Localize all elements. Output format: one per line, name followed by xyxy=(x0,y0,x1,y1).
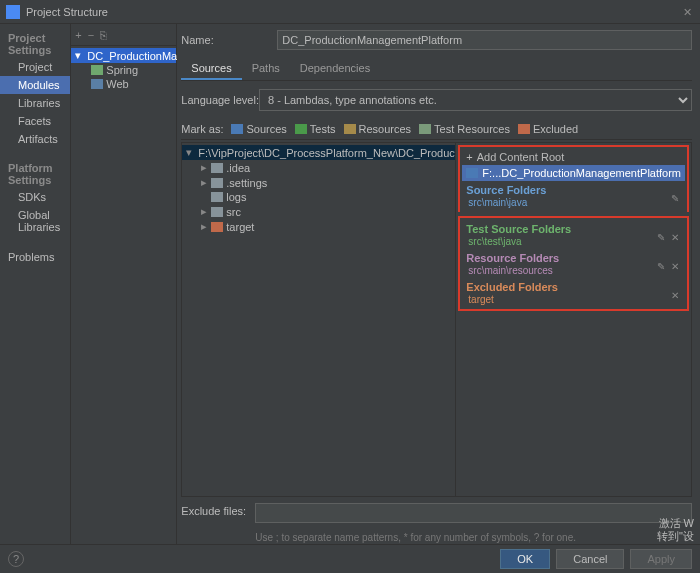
node-label: src xyxy=(226,206,241,218)
copy-module-icon[interactable]: ⎘ xyxy=(100,29,107,41)
sidebar-item-sdks[interactable]: SDKs xyxy=(0,188,70,206)
close-icon[interactable]: ✕ xyxy=(671,261,679,272)
titlebar: Project Structure ✕ xyxy=(0,0,700,24)
edit-icon[interactable]: ✎ xyxy=(671,193,679,204)
section-header: Source Folders xyxy=(466,183,681,197)
ok-button[interactable]: OK xyxy=(500,549,550,569)
add-module-icon[interactable]: + xyxy=(75,29,81,41)
mark-tests[interactable]: Tests xyxy=(295,123,336,135)
sidebar-item-artifacts[interactable]: Artifacts xyxy=(0,130,70,148)
sources-work-area: ▾ F:\VipProject\DC_ProcessPlatform_New\D… xyxy=(181,142,692,497)
language-level-select[interactable]: 8 - Lambdas, type annotations etc. xyxy=(259,89,692,111)
folder-target[interactable]: ▸target xyxy=(182,219,455,234)
name-label: Name: xyxy=(181,34,277,46)
facet-label: Spring xyxy=(106,64,138,76)
sidebar-item-project[interactable]: Project xyxy=(0,58,70,76)
folder-icon xyxy=(211,178,223,188)
node-label: logs xyxy=(226,191,246,203)
settings-sidebar: Project Settings Project Modules Librari… xyxy=(0,24,71,544)
module-root[interactable]: ▾ DC_ProductionManager xyxy=(71,48,176,63)
sidebar-item-modules[interactable]: Modules xyxy=(0,76,70,94)
tab-paths[interactable]: Paths xyxy=(242,58,290,80)
sidebar-item-problems[interactable]: Problems xyxy=(0,248,70,266)
help-icon[interactable]: ? xyxy=(8,551,24,567)
section-header: Excluded Folders xyxy=(466,280,681,294)
highlight-box-bottom: Test Source Folders src\test\java ✎ ✕ Re… xyxy=(458,216,689,311)
section-header: Resource Folders xyxy=(466,251,681,265)
tab-dependencies[interactable]: Dependencies xyxy=(290,58,380,80)
spring-icon xyxy=(91,65,103,75)
excluded-icon xyxy=(518,124,530,134)
mark-excluded[interactable]: Excluded xyxy=(518,123,578,135)
facet-label: Web xyxy=(106,78,128,90)
apply-button[interactable]: Apply xyxy=(630,549,692,569)
section-header: Test Source Folders xyxy=(466,222,681,236)
project-settings-header: Project Settings xyxy=(0,28,70,58)
sidebar-item-facets[interactable]: Facets xyxy=(0,112,70,130)
source-folders-section: Source Folders src\main\java ✎ xyxy=(462,181,685,210)
chevron-right-icon: ▸ xyxy=(200,205,208,218)
module-tabs: Sources Paths Dependencies xyxy=(181,58,692,81)
test-resources-icon xyxy=(419,124,431,134)
content-root[interactable]: F:...DC_ProductionManagementPlatform xyxy=(462,165,685,181)
mark-sources[interactable]: Sources xyxy=(231,123,286,135)
section-value: src\test\java xyxy=(466,236,681,247)
excluded-folders-section: Excluded Folders target ✕ xyxy=(462,278,685,307)
close-icon[interactable]: ✕ xyxy=(680,5,694,19)
source-tree: ▾ F:\VipProject\DC_ProcessPlatform_New\D… xyxy=(182,143,456,496)
content-roots-pane: +Add Content Root F:...DC_ProductionMana… xyxy=(456,143,691,496)
content-root-node[interactable]: ▾ F:\VipProject\DC_ProcessPlatform_New\D… xyxy=(182,145,455,160)
sidebar-item-global-libraries[interactable]: Global Libraries xyxy=(0,206,70,236)
chevron-down-icon: ▾ xyxy=(75,49,81,62)
add-content-root[interactable]: +Add Content Root xyxy=(462,149,685,165)
folder-logs[interactable]: logs xyxy=(182,190,455,204)
exclude-files-input[interactable] xyxy=(255,503,692,523)
web-icon xyxy=(91,79,103,89)
dialog-footer: ? OK Cancel Apply xyxy=(0,544,700,573)
tests-icon xyxy=(295,124,307,134)
folder-settings[interactable]: ▸.settings xyxy=(182,175,455,190)
sidebar-item-libraries[interactable]: Libraries xyxy=(0,94,70,112)
resource-folders-section: Resource Folders src\main\resources ✎ ✕ xyxy=(462,249,685,278)
test-source-folders-section: Test Source Folders src\test\java ✎ ✕ xyxy=(462,220,685,249)
main-area: Project Settings Project Modules Librari… xyxy=(0,24,700,544)
module-details: Name: Sources Paths Dependencies Languag… xyxy=(177,24,700,544)
section-value: target xyxy=(466,294,681,305)
remove-module-icon[interactable]: − xyxy=(88,29,94,41)
mark-resources[interactable]: Resources xyxy=(344,123,412,135)
folder-idea[interactable]: ▸.idea xyxy=(182,160,455,175)
edit-icon[interactable]: ✎ xyxy=(657,232,665,243)
chevron-right-icon: ▸ xyxy=(200,176,208,189)
module-toolbar: + − ⎘ xyxy=(71,24,176,46)
edit-icon[interactable]: ✎ xyxy=(657,261,665,272)
node-label: .idea xyxy=(226,162,250,174)
close-icon[interactable]: ✕ xyxy=(671,232,679,243)
exclude-label: Exclude files: xyxy=(181,503,249,517)
highlight-box-top: +Add Content Root F:...DC_ProductionMana… xyxy=(458,145,689,212)
mark-test-resources[interactable]: Test Resources xyxy=(419,123,510,135)
platform-settings-header: Platform Settings xyxy=(0,158,70,188)
name-row: Name: xyxy=(181,24,692,56)
tab-sources[interactable]: Sources xyxy=(181,58,241,80)
language-level-row: Language level: 8 - Lambdas, type annota… xyxy=(181,81,692,119)
chevron-right-icon: ▸ xyxy=(200,161,208,174)
chevron-down-icon: ▾ xyxy=(186,146,192,159)
window-title: Project Structure xyxy=(26,6,680,18)
folder-icon xyxy=(211,163,223,173)
node-label: F:\VipProject\DC_ProcessPlatform_New\DC_… xyxy=(198,147,456,159)
folder-icon xyxy=(211,192,223,202)
language-level-label: Language level: xyxy=(181,94,259,106)
section-value: src\main\resources xyxy=(466,265,681,276)
node-label: .settings xyxy=(226,177,267,189)
close-icon[interactable]: ✕ xyxy=(671,290,679,301)
module-list-pane: + − ⎘ ▾ DC_ProductionManager Spring Web xyxy=(71,24,177,544)
cancel-button[interactable]: Cancel xyxy=(556,549,624,569)
exclude-hint: Use ; to separate name patterns, * for a… xyxy=(181,529,692,544)
section-value: src\main\java xyxy=(466,197,681,208)
plus-icon: + xyxy=(466,151,472,163)
module-name-input[interactable] xyxy=(277,30,692,50)
module-tree: ▾ DC_ProductionManager Spring Web xyxy=(71,46,176,93)
folder-src[interactable]: ▸src xyxy=(182,204,455,219)
facet-web[interactable]: Web xyxy=(71,77,176,91)
facet-spring[interactable]: Spring xyxy=(71,63,176,77)
